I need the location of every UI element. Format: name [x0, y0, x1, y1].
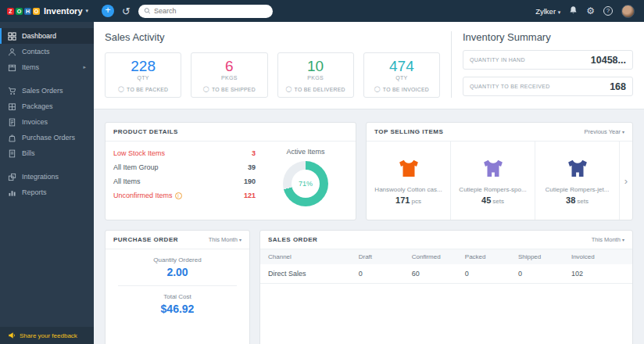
stat-label: TO BE PACKED	[127, 87, 168, 92]
topbar: Z O H O Inventory ▾ + ↺ Zylker ▾ ⚙ ?	[0, 0, 644, 22]
item-unit: sets	[492, 198, 504, 205]
recent-history-icon[interactable]: ↺	[122, 6, 131, 16]
column-header: Invoiced	[571, 253, 624, 260]
help-icon[interactable]: ?	[603, 6, 613, 16]
logo-letter: O	[33, 8, 40, 15]
sidebar-item-bills[interactable]: Bills	[0, 145, 94, 161]
unconfirmed-items-row[interactable]: Unconfirmed Itemsi 121	[113, 188, 256, 202]
stat-value: 10	[281, 59, 350, 74]
topbar-right: Zylker ▾ ⚙ ?	[535, 5, 636, 18]
column-header: Draft	[359, 253, 412, 260]
stat-unit: Pkgs	[281, 75, 350, 81]
chevron-down-icon: ▾	[86, 8, 89, 14]
quantity-ordered-value: 2.00	[113, 266, 242, 278]
stat-to-be-invoiced[interactable]: 474 Qty ◯TO BE INVOICED	[363, 52, 440, 98]
sidebar-item-label: Dashboard	[22, 32, 56, 40]
all-items-row[interactable]: All Items 190	[113, 174, 256, 188]
sidebar-item-label: Packages	[22, 102, 53, 110]
chevron-down-icon: ▾	[558, 9, 561, 15]
notifications-bell-icon[interactable]	[569, 5, 578, 17]
low-stock-items-row[interactable]: Low Stock Items 3	[113, 146, 256, 160]
divider	[118, 285, 237, 286]
row-value: 3	[252, 149, 256, 157]
inventory-summary-title: Inventory Summary	[463, 31, 633, 43]
vertical-divider	[451, 31, 452, 98]
sidebar-item-items[interactable]: Items ▸	[0, 59, 94, 75]
top-selling-item[interactable]: Cutiepie Rompers-spo... 45sets	[451, 142, 535, 220]
sidebar-divider	[0, 75, 94, 83]
app-logo[interactable]: Z O H O Inventory ▾	[0, 6, 94, 16]
sidebar-item-sales-orders[interactable]: Sales Orders	[0, 83, 94, 99]
sales-activity-section: Sales Activity 228 Qty ◯TO BE PACKED 6 P…	[105, 31, 440, 98]
sidebar-item-label: Integrations	[22, 173, 59, 181]
stat-value: 228	[109, 59, 177, 74]
chevron-down-icon: ▾	[239, 238, 242, 242]
row-label: QUANTITY TO BE RECEIVED	[470, 84, 550, 89]
top-selling-items-card: TOP SELLING ITEMS Previous Year ▾ Hanswo…	[366, 122, 633, 220]
sidebar-item-label: Reports	[22, 188, 47, 196]
bill-doc-icon	[8, 149, 16, 158]
logo-letter: H	[24, 8, 31, 15]
sidebar-item-integrations[interactable]: Integrations	[0, 169, 94, 185]
search-input[interactable]	[154, 7, 267, 15]
sidebar-item-purchase-orders[interactable]: Purchase Orders	[0, 130, 94, 145]
cell-confirmed: 60	[412, 270, 465, 278]
sidebar-item-packages[interactable]: Packages	[0, 99, 94, 114]
top-selling-item[interactable]: Cutiepie Rompers-jet... 38sets	[535, 142, 620, 220]
total-cost-label: Total Cost	[113, 293, 242, 300]
all-item-group-row[interactable]: All Item Group 39	[113, 160, 256, 174]
purchase-order-range-select[interactable]: This Month ▾	[209, 236, 242, 243]
cell-draft: 0	[359, 270, 412, 278]
info-icon: i	[175, 192, 182, 199]
item-name: Hanswooly Cotton cas...	[374, 186, 442, 193]
sidebar-item-reports[interactable]: Reports	[0, 185, 94, 200]
product-details-list: Low Stock Items 3 All Item Group 39 All …	[113, 146, 263, 206]
contacts-icon	[8, 48, 16, 56]
global-search[interactable]	[138, 5, 273, 18]
item-image-romper	[566, 157, 589, 184]
item-image-sweater	[397, 157, 420, 184]
row-value: 39	[248, 163, 256, 171]
org-switcher[interactable]: Zylker ▾	[535, 7, 560, 16]
column-header: Shipped	[518, 253, 571, 260]
top-selling-item[interactable]: Hanswooly Cotton cas... 171pcs	[367, 142, 451, 220]
clock-icon: ◯	[118, 86, 124, 92]
product-name: Inventory	[44, 6, 83, 16]
sidebar-item-invoices[interactable]: Invoices	[0, 114, 94, 130]
invoice-doc-icon	[8, 118, 16, 127]
item-unit: pcs	[411, 198, 420, 205]
next-items-arrow[interactable]: ›	[620, 142, 632, 220]
card-title: TOP SELLING ITEMS	[374, 128, 443, 135]
quantity-ordered-label: Quantity Ordered	[113, 256, 242, 263]
item-qty: 45	[481, 195, 491, 205]
active-items-widget: Active Items 71%	[263, 146, 348, 206]
stat-to-be-shipped[interactable]: 6 Pkgs ◯TO BE SHIPPED	[191, 52, 267, 98]
integrations-puzzle-icon	[8, 173, 16, 181]
item-name: Cutiepie Rompers-spo...	[459, 186, 526, 193]
sidebar-item-label: Sales Orders	[22, 87, 63, 95]
shopping-bag-icon	[8, 134, 16, 142]
sidebar-item-label: Items	[22, 63, 39, 71]
table-row[interactable]: Direct Sales 0 60 0 0 102	[260, 264, 632, 284]
sidebar-item-contacts[interactable]: Contacts	[0, 44, 94, 59]
sales-activity-stats: 228 Qty ◯TO BE PACKED 6 Pkgs ◯TO BE SHIP…	[105, 52, 440, 98]
topbar-main: + ↺ Zylker ▾ ⚙ ?	[94, 5, 644, 18]
sidebar-item-dashboard[interactable]: Dashboard	[0, 28, 94, 44]
stat-value: 474	[367, 59, 436, 74]
stat-label: TO BE INVOICED	[383, 87, 429, 92]
share-feedback-button[interactable]: Share your feedback	[0, 327, 94, 344]
stat-to-be-delivered[interactable]: 10 Pkgs ◯TO BE DELIVERED	[277, 52, 354, 98]
chevron-down-icon: ▾	[622, 130, 624, 134]
item-qty: 38	[566, 195, 575, 205]
chevron-right-icon: ▸	[83, 64, 86, 70]
settings-gear-icon[interactable]: ⚙	[586, 6, 595, 16]
stat-value: 6	[195, 59, 263, 74]
card-title: SALES ORDER	[268, 236, 317, 243]
stat-unit: Qty	[367, 75, 436, 81]
cell-shipped: 0	[518, 270, 571, 278]
stat-to-be-packed[interactable]: 228 Qty ◯TO BE PACKED	[105, 52, 181, 98]
quick-add-button[interactable]: +	[102, 5, 114, 17]
top-selling-range-select[interactable]: Previous Year ▾	[585, 128, 624, 135]
user-avatar[interactable]	[621, 5, 635, 18]
sales-order-range-select[interactable]: This Month ▾	[592, 236, 624, 243]
